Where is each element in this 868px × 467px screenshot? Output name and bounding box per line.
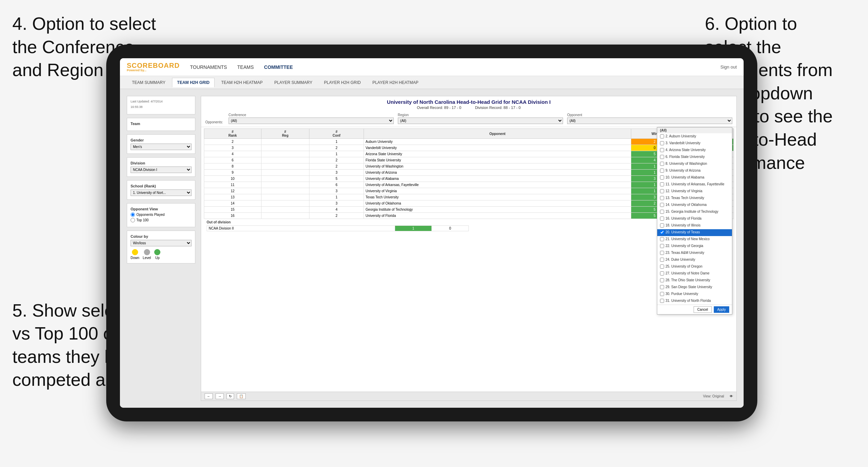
undo-button[interactable]: ← bbox=[205, 393, 213, 399]
last-updated-section: Last Updated: 4/7/2014 16:55:38 bbox=[127, 96, 195, 114]
legend-down-label: Down bbox=[131, 256, 139, 260]
division-select[interactable]: NCAA Division I bbox=[131, 167, 192, 173]
opponent-filter: Opponent (All) bbox=[567, 113, 732, 124]
dropdown-item[interactable]: 3. Vanderbilt University bbox=[657, 140, 732, 147]
tab-team-summary[interactable]: TEAM SUMMARY bbox=[127, 78, 171, 87]
gender-section: Gender Men's bbox=[127, 134, 195, 154]
opponent-select[interactable]: (All) bbox=[567, 118, 732, 124]
dropdown-item[interactable]: 22. University of Georgia bbox=[657, 243, 732, 250]
table-row: 12 3 University of Virginia 1 1 bbox=[204, 188, 734, 194]
dropdown-item[interactable]: 2. Auburn University bbox=[657, 133, 732, 140]
tablet: SCOREBOARD Powered by... TOURNAMENTS TEA… bbox=[106, 45, 757, 421]
dropdown-item[interactable]: 16. University of Florida bbox=[657, 216, 732, 222]
dropdown-item[interactable]: 28. The Ohio State University bbox=[657, 277, 732, 284]
cancel-button[interactable]: Cancel bbox=[694, 306, 712, 313]
dropdown-item[interactable]: 11. University of Arkansas, Fayetteville bbox=[657, 181, 732, 188]
dropdown-item[interactable]: 15. Georgia Institute of Technology bbox=[657, 209, 732, 216]
tab-team-h2h-grid[interactable]: TEAM H2H GRID bbox=[172, 78, 215, 87]
tab-player-h2h-grid[interactable]: PLAYER H2H GRID bbox=[319, 78, 366, 87]
legend-down-dot bbox=[132, 249, 138, 255]
cell-rank: 10 bbox=[204, 176, 261, 182]
radio-top100[interactable]: Top 100 bbox=[131, 218, 192, 222]
cell-reg bbox=[261, 157, 309, 163]
cell-reg bbox=[261, 170, 309, 176]
colour-select[interactable]: Win/loss bbox=[131, 240, 192, 246]
tab-team-h2h-heatmap[interactable]: TEAM H2H HEATMAP bbox=[216, 78, 268, 87]
cell-opponent: Auburn University bbox=[364, 139, 631, 145]
cell-conf: 4 bbox=[309, 207, 364, 213]
conference-select[interactable]: (All) bbox=[229, 118, 394, 124]
school-select[interactable]: 1. University of Nort... bbox=[131, 189, 192, 196]
dropdown-item[interactable]: 4. Arizona State University bbox=[657, 147, 732, 154]
dropdown-item[interactable]: 20. University of Texas bbox=[657, 229, 732, 236]
out-loss: 0 bbox=[432, 226, 469, 231]
data-table-wrapper: #Rank #Reg #Conf Opponent Win Loss 2 1 A… bbox=[201, 127, 736, 392]
dropdown-item[interactable]: 9. University of Arizona bbox=[657, 168, 732, 174]
radio-opponents-played[interactable]: Opponents Played bbox=[131, 212, 192, 217]
school-section: School (Rank) 1. University of Nort... bbox=[127, 180, 195, 200]
grid-records: Overall Record: 89 - 17 - 0 Division Rec… bbox=[205, 106, 732, 110]
gender-select[interactable]: Men's bbox=[131, 144, 192, 150]
cell-conf: 1 bbox=[309, 151, 364, 157]
nav-committee[interactable]: COMMITTEE bbox=[264, 63, 293, 71]
tab-player-h2h-heatmap[interactable]: PLAYER H2H HEATMAP bbox=[367, 78, 424, 87]
team-label: Team bbox=[131, 122, 192, 126]
legend-level-label: Level bbox=[143, 256, 151, 260]
cell-opponent: Arizona State University bbox=[364, 151, 631, 157]
dropdown-item[interactable]: 25. University of Oregon bbox=[657, 263, 732, 270]
table-row: 3 2 Vanderbilt University 0 4 bbox=[204, 145, 734, 151]
region-label: Region bbox=[398, 113, 563, 117]
team-section: Team bbox=[127, 118, 195, 131]
dropdown-item[interactable]: 12. University of Virginia bbox=[657, 188, 732, 195]
dropdown-item[interactable]: 10. University of Alabama bbox=[657, 174, 732, 181]
dropdown-item[interactable]: 27. University of Notre Dame bbox=[657, 270, 732, 277]
cell-conf: 3 bbox=[309, 170, 364, 176]
dropdown-item[interactable]: 8. University of Washington bbox=[657, 161, 732, 168]
th-conf: #Conf bbox=[309, 129, 364, 139]
dropdown-item[interactable]: 6. Florida State University bbox=[657, 154, 732, 161]
dropdown-item[interactable]: (All) bbox=[657, 127, 732, 133]
region-select[interactable]: (All) bbox=[398, 118, 563, 124]
dropdown-buttons: Cancel Apply bbox=[657, 305, 732, 314]
tab-player-summary[interactable]: PLAYER SUMMARY bbox=[269, 78, 318, 87]
dropdown-item[interactable]: 31. University of North Florida bbox=[657, 298, 732, 305]
dropdown-item[interactable]: 24. Duke University bbox=[657, 257, 732, 263]
cell-reg bbox=[261, 200, 309, 207]
cell-reg bbox=[261, 163, 309, 170]
dropdown-item[interactable]: 23. Texas A&M University bbox=[657, 250, 732, 257]
color-legend: Down Level Up bbox=[131, 249, 192, 260]
dropdown-item[interactable]: 21. University of New Mexico bbox=[657, 236, 732, 243]
dropdown-item[interactable]: 14. University of Oklahoma bbox=[657, 202, 732, 209]
cell-opponent: Georgia Institute of Technology bbox=[364, 207, 631, 213]
apply-button[interactable]: Apply bbox=[714, 306, 729, 313]
nav-signout[interactable]: Sign out bbox=[720, 64, 737, 70]
th-rank: #Rank bbox=[204, 129, 261, 139]
toolbar: ← → ↻ 📋 View: Original 👁 bbox=[201, 392, 736, 401]
dropdown-item[interactable]: 30. Purdue University bbox=[657, 291, 732, 298]
cell-opponent: University of Alabama bbox=[364, 176, 631, 182]
copy-button[interactable]: 📋 bbox=[237, 393, 246, 399]
cell-rank: 3 bbox=[204, 145, 261, 151]
dropdown-item[interactable]: 29. San Diego State University bbox=[657, 284, 732, 291]
overall-record: Overall Record: 89 - 17 - 0 bbox=[417, 106, 462, 110]
logo: SCOREBOARD Powered by... bbox=[127, 62, 180, 72]
redo-button[interactable]: → bbox=[216, 393, 224, 399]
cell-rank: 14 bbox=[204, 200, 261, 207]
nav-teams[interactable]: TEAMS bbox=[237, 63, 254, 71]
cell-conf: 1 bbox=[309, 139, 364, 145]
cell-rank: 2 bbox=[204, 139, 261, 145]
dropdown-item[interactable]: 13. Texas Tech University bbox=[657, 195, 732, 202]
legend-level-dot bbox=[144, 249, 150, 255]
cell-opponent: Vanderbilt University bbox=[364, 145, 631, 151]
division-label: Division bbox=[131, 161, 192, 165]
eye-icon: 👁 bbox=[730, 394, 733, 398]
nav-tournaments[interactable]: TOURNAMENTS bbox=[190, 63, 227, 71]
colour-section: Colour by Win/loss Down Level bbox=[127, 231, 195, 263]
table-row: 9 3 University of Arizona 1 0 bbox=[204, 170, 734, 176]
dropdown-item[interactable]: 18. University of Illinois bbox=[657, 222, 732, 229]
reset-button[interactable]: ↻ bbox=[227, 393, 234, 399]
division-section: Division NCAA Division I bbox=[127, 157, 195, 177]
view-label: View: Original bbox=[703, 394, 724, 398]
cell-conf: 3 bbox=[309, 200, 364, 207]
conference-filter: Conference (All) bbox=[229, 113, 394, 124]
